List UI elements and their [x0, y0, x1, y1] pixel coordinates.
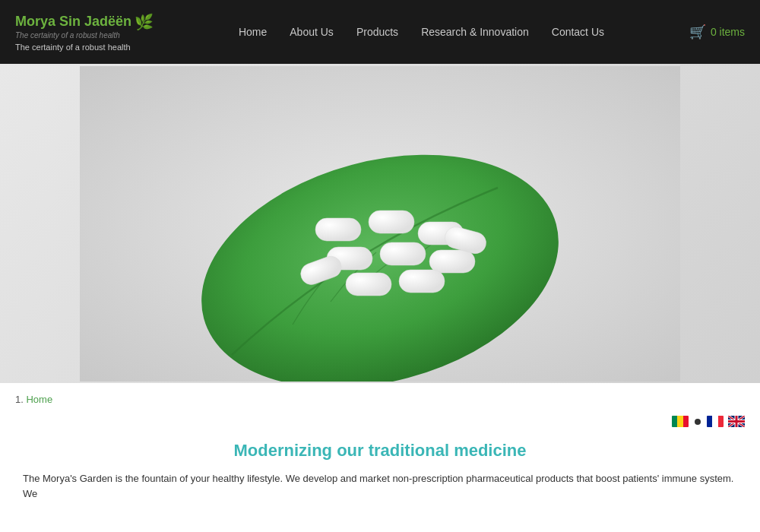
main-nav: Home About Us Products Research & Innova… [239, 26, 604, 38]
breadcrumb: 1. Home [0, 383, 760, 416]
nav-research[interactable]: Research & Innovation [421, 26, 529, 38]
logo-tagline: The certainty of a robust health [15, 43, 131, 52]
logo-name: Morya Sin Jadëën 🌿 [15, 13, 154, 31]
hero-illustration [80, 66, 680, 382]
section-text: The Morya's Garden is the fountain of yo… [0, 467, 760, 505]
logo-subtitle: The certainty of a robust health [15, 31, 120, 40]
nav-contact[interactable]: Contact Us [552, 26, 604, 38]
cart-icon: 🛒 [689, 24, 706, 40]
svg-rect-8 [346, 273, 391, 296]
hero-section [0, 64, 760, 383]
flag-france[interactable] [707, 416, 724, 427]
svg-rect-3 [369, 211, 414, 233]
nav-about[interactable]: About Us [290, 26, 334, 38]
language-bar [0, 416, 760, 433]
section-title: Modernizing our traditional medicine [0, 433, 760, 467]
header: Morya Sin Jadëën 🌿 The certainty of a ro… [0, 0, 760, 64]
logo-area: Morya Sin Jadëën 🌿 The certainty of a ro… [15, 13, 154, 52]
flag-uk[interactable] [728, 416, 745, 427]
cart-label: 0 items [711, 26, 745, 38]
svg-rect-2 [315, 218, 361, 241]
logo-icon: 🌿 [135, 13, 154, 31]
svg-rect-7 [429, 250, 475, 273]
flag-benin[interactable] [672, 416, 689, 427]
nav-home[interactable]: Home [239, 26, 267, 38]
logo-text: Morya Sin Jadëën [15, 14, 131, 30]
cart-area[interactable]: 🛒 0 items [689, 24, 745, 40]
breadcrumb-home-link[interactable]: Home [26, 394, 52, 405]
breadcrumb-prefix: 1. [15, 394, 24, 405]
flag-separator-1 [695, 419, 701, 425]
svg-rect-9 [399, 270, 445, 293]
svg-rect-6 [380, 242, 426, 265]
nav-products[interactable]: Products [356, 26, 398, 38]
